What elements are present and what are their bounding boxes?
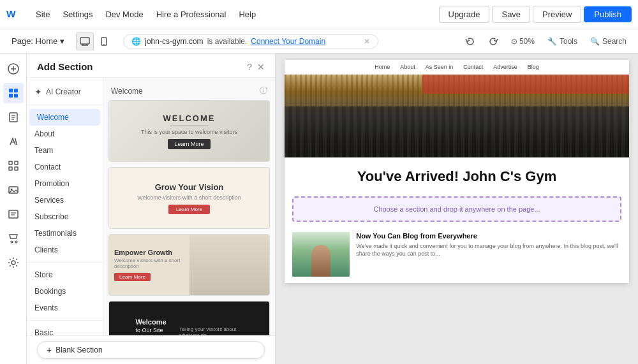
ai-sparkle-icon: ✦ bbox=[34, 87, 42, 97]
canvas-nav: Home About As Seen in Contact Advertise … bbox=[285, 60, 629, 75]
domain-name: john-cs-gym.com bbox=[145, 37, 203, 46]
category-team[interactable]: Team bbox=[27, 142, 103, 159]
svg-rect-26 bbox=[9, 210, 18, 218]
category-store[interactable]: Store bbox=[27, 266, 103, 283]
blank-section-button[interactable]: + Blank Section bbox=[37, 341, 265, 359]
search-icon: 🔍 bbox=[590, 37, 600, 46]
svg-point-29 bbox=[11, 241, 13, 243]
tools-button[interactable]: 🔧 Tools bbox=[542, 35, 582, 48]
tpl-empower-left: Empower Growth Welcome visitors with a s… bbox=[109, 244, 189, 286]
desktop-device-button[interactable] bbox=[76, 33, 94, 50]
tpl-welcome-line bbox=[170, 126, 209, 126]
left-sidebar-icons bbox=[0, 54, 27, 364]
tpl-empower-right bbox=[189, 235, 270, 295]
template-grow-preview: Grow Your Vision Welcome visitors with a… bbox=[109, 168, 269, 228]
category-services[interactable]: Services bbox=[27, 192, 103, 208]
svg-rect-1 bbox=[80, 38, 89, 44]
template-welcome-preview: WELCOME This is your space to welcome vi… bbox=[109, 101, 269, 161]
close-panel-icon[interactable]: ✕ bbox=[257, 62, 265, 72]
left-icon-add-section[interactable] bbox=[3, 59, 24, 79]
svg-rect-11 bbox=[14, 89, 18, 92]
category-basic[interactable]: Basic bbox=[27, 324, 103, 335]
left-icon-pages[interactable] bbox=[3, 107, 24, 127]
section-label-row: Welcome ⓘ bbox=[108, 83, 270, 100]
template-card-3[interactable]: Empower Growth Welcome visitors with a s… bbox=[108, 234, 270, 296]
connect-domain-link[interactable]: Connect Your Domain bbox=[251, 37, 325, 46]
tpl-empower-title: Empower Growth bbox=[114, 249, 172, 256]
wix-logo: W bbox=[6, 7, 24, 22]
ai-creator-button[interactable]: ✦ AI Creator bbox=[27, 83, 103, 101]
svg-rect-22 bbox=[9, 167, 12, 170]
panel-header-icons: ? ✕ bbox=[247, 62, 265, 72]
left-icon-apps[interactable] bbox=[3, 156, 24, 176]
canvas-drop-zone[interactable]: Choose a section and drop it anywhere on… bbox=[292, 196, 621, 222]
canvas-blog-image bbox=[292, 232, 350, 277]
category-divider-2 bbox=[27, 262, 103, 263]
left-icon-media[interactable] bbox=[3, 180, 24, 200]
help-icon[interactable]: ? bbox=[247, 62, 252, 72]
globe-icon: 🌐 bbox=[131, 37, 141, 46]
svg-rect-23 bbox=[15, 167, 18, 170]
left-icon-design[interactable] bbox=[3, 131, 24, 152]
mobile-device-button[interactable] bbox=[95, 33, 113, 50]
tpl-grow-btn: Learn More bbox=[168, 205, 210, 214]
canvas-blog-title: Now You Can Blog from Everywhere bbox=[356, 232, 621, 240]
menu-dev-mode[interactable]: Dev Mode bbox=[100, 7, 148, 22]
panel-header: Add Section ? ✕ bbox=[27, 54, 275, 78]
preview-button[interactable]: Preview bbox=[533, 6, 581, 23]
category-promotion[interactable]: Promotion bbox=[27, 175, 103, 192]
category-testimonials[interactable]: Testimonials bbox=[27, 225, 103, 242]
panel-title: Add Section bbox=[37, 61, 93, 72]
blank-section-bar: + Blank Section bbox=[27, 335, 275, 364]
menu-site[interactable]: Site bbox=[31, 7, 55, 22]
category-about[interactable]: About bbox=[27, 126, 103, 142]
blank-section-label: Blank Section bbox=[56, 346, 102, 354]
canvas-blog-text: Now You Can Blog from Everywhere We've m… bbox=[356, 232, 621, 277]
info-icon[interactable]: ⓘ bbox=[260, 85, 267, 96]
category-sidebar: ✦ AI Creator Welcome About Team Contact … bbox=[27, 78, 103, 335]
template-card-4[interactable]: Welcome to Our Site Explore Telling your… bbox=[108, 301, 270, 335]
domain-available-text: is available. bbox=[207, 37, 248, 46]
category-contact[interactable]: Contact bbox=[27, 159, 103, 175]
tpl-welcome-sub: This is your space to welcome visitors bbox=[141, 129, 237, 135]
menu-settings[interactable]: Settings bbox=[57, 7, 98, 22]
save-button[interactable]: Save bbox=[492, 6, 530, 23]
ai-creator-label: AI Creator bbox=[46, 87, 81, 96]
publish-button[interactable]: Publish bbox=[584, 6, 632, 22]
canvas-blog-image-inner bbox=[292, 232, 350, 277]
page-selector[interactable]: Page: Home ▾ bbox=[6, 34, 70, 48]
template-card-2[interactable]: Grow Your Vision Welcome visitors with a… bbox=[108, 167, 270, 229]
typewriter-red-bar bbox=[422, 75, 629, 94]
category-events[interactable]: Events bbox=[27, 300, 103, 316]
zoom-icon: ⊙ bbox=[511, 37, 517, 46]
tpl-dark-title: Welcome bbox=[135, 318, 166, 326]
search-button[interactable]: 🔍 Search bbox=[585, 35, 632, 48]
left-icon-blog[interactable] bbox=[3, 204, 24, 224]
undo-button[interactable] bbox=[460, 31, 480, 52]
category-subscribe[interactable]: Subscribe bbox=[27, 208, 103, 225]
redo-button[interactable] bbox=[483, 31, 503, 52]
tpl-empower-btn: Learn More bbox=[114, 273, 151, 281]
left-icon-store[interactable] bbox=[3, 228, 24, 249]
page-label: Page: Home bbox=[11, 36, 57, 46]
close-domain-icon[interactable]: ✕ bbox=[364, 37, 370, 46]
svg-rect-10 bbox=[9, 89, 13, 92]
category-clients[interactable]: Clients bbox=[27, 242, 103, 258]
svg-rect-21 bbox=[15, 161, 18, 164]
top-bar: W Site Settings Dev Mode Hire a Professi… bbox=[0, 0, 638, 29]
category-welcome[interactable]: Welcome bbox=[29, 109, 100, 126]
left-icon-settings[interactable] bbox=[3, 252, 24, 273]
svg-text:W: W bbox=[6, 8, 16, 19]
menu-help[interactable]: Help bbox=[234, 7, 261, 22]
template-card-1[interactable]: WELCOME This is your space to welcome vi… bbox=[108, 100, 270, 162]
svg-line-19 bbox=[15, 138, 17, 145]
tpl-empower-sub: Welcome visitors with a short descriptio… bbox=[114, 258, 184, 269]
left-icon-add-element[interactable] bbox=[3, 83, 24, 103]
tools-icon: 🔧 bbox=[547, 37, 557, 46]
category-bookings[interactable]: Bookings bbox=[27, 283, 103, 300]
templates-area: Welcome ⓘ WELCOME This is your space to … bbox=[103, 78, 275, 335]
upgrade-button[interactable]: Upgrade bbox=[439, 6, 490, 23]
zoom-control[interactable]: ⊙ 50% bbox=[506, 35, 540, 48]
chevron-down-icon: ▾ bbox=[60, 36, 64, 46]
menu-hire-professional[interactable]: Hire a Professional bbox=[151, 7, 232, 22]
